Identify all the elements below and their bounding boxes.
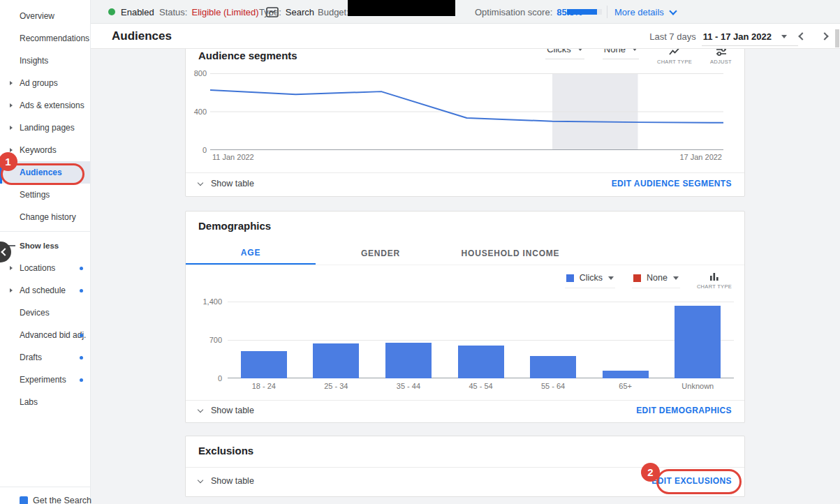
sidebar-item-settings[interactable]: Settings (0, 184, 90, 206)
edit-exclusions-link[interactable]: EDIT EXCLUSIONS (651, 476, 732, 486)
adjust-icon (716, 49, 727, 57)
edit-demographics-link[interactable]: EDIT DEMOGRAPHICS (636, 406, 732, 415)
sidebar-item-label: Recommendations (20, 34, 89, 43)
adjust-label: ADJUST (710, 59, 732, 65)
y-axis-label: 0 (186, 146, 207, 154)
sidebar-item-label: Advanced bid adj. (20, 330, 86, 340)
sidebar-bottom-item[interactable]: Get the Search (20, 496, 91, 504)
annotation-step-2-circle: 2 (641, 463, 660, 482)
chevron-right-icon (820, 32, 828, 40)
chart-type-label: CHART TYPE (657, 59, 692, 65)
legend-clicks-dropdown[interactable]: Clicks (565, 272, 615, 288)
more-details-button[interactable]: More details (614, 0, 676, 24)
bar-slot (445, 302, 517, 378)
scrollbar-thumb[interactable] (835, 29, 839, 47)
sidebar-item-label: Show less (20, 242, 59, 250)
next-period-button[interactable] (818, 29, 832, 43)
sidebar-item-label: Ad schedule (20, 286, 66, 295)
sidebar-item-drafts[interactable]: Drafts (0, 346, 90, 369)
show-table-toggle[interactable]: Show table (198, 476, 254, 486)
bar (675, 306, 721, 378)
sidebar-item-advanced-bid-adj[interactable]: Advanced bid adj. (0, 324, 90, 346)
compare-dropdown[interactable]: None (603, 49, 639, 59)
status-value: Eligible (Limited) (191, 7, 258, 17)
metric-dropdown-value: Clicks (547, 49, 571, 54)
bar (313, 343, 359, 378)
show-table-label: Show table (211, 406, 254, 415)
sidebar-item-ad-schedule[interactable]: Ad schedule (0, 279, 90, 302)
chevron-down-icon (198, 477, 203, 482)
bar-chart-x-axis: 18 - 2425 - 3435 - 4445 - 5455 - 6465+Un… (228, 382, 734, 390)
date-range-picker[interactable]: Last 7 days 11 - 17 Jan 2022 (649, 31, 787, 42)
x-axis-label: Unknown (661, 382, 734, 390)
sidebar-item-label: Audiences (20, 168, 62, 177)
sidebar-item-ads-extensions[interactable]: Ads & extensions (0, 94, 90, 117)
tab-age[interactable]: AGE (186, 242, 316, 265)
tab-gender[interactable]: GENDER (316, 242, 445, 265)
chevron-down-icon (198, 179, 203, 185)
sidebar-item-label: Ads & extensions (20, 101, 84, 110)
chart-type-button[interactable]: CHART TYPE (657, 49, 692, 65)
optimisation-label: Optimisation score: (475, 7, 552, 17)
previous-period-button[interactable] (795, 29, 809, 43)
edit-audience-segments-link[interactable]: EDIT AUDIENCE SEGMENTS (612, 179, 732, 188)
expand-arrow-icon (10, 266, 13, 270)
metric-dropdown[interactable]: Clicks (545, 49, 584, 59)
sidebar-item-labs[interactable]: Labs (0, 391, 90, 413)
notification-dot (80, 356, 83, 360)
sidebar: OverviewRecommendationsInsightsAd groups… (0, 0, 91, 504)
y-axis-label: 700 (186, 336, 222, 344)
date-underline (702, 45, 798, 46)
chevron-down-icon (669, 7, 677, 15)
bar (603, 371, 649, 378)
sidebar-nav: OverviewRecommendationsInsightsAd groups… (0, 0, 90, 413)
expand-arrow-icon (10, 148, 13, 152)
sidebar-item-experiments[interactable]: Experiments (0, 369, 90, 391)
sidebar-bottom-item-label: Get the Search (33, 496, 91, 504)
tab-household-income[interactable]: HOUSEHOLD INCOME (445, 242, 575, 265)
bar-slot (589, 302, 662, 378)
budget-label: Budget: (318, 7, 349, 17)
legend-label: Clicks (580, 273, 603, 283)
sidebar-item-ad-groups[interactable]: Ad groups (0, 72, 90, 94)
bar-slot (300, 302, 373, 378)
card-title: Exclusions (198, 445, 253, 457)
dropdown-arrow-icon (632, 49, 638, 51)
sidebar-item-recommendations[interactable]: Recommendations (0, 27, 90, 50)
date-range-value: 11 - 17 Jan 2022 (703, 31, 772, 42)
status-label: Status: (159, 7, 187, 17)
line-chart (210, 73, 723, 150)
sidebar-item-change-history[interactable]: Change history (0, 206, 90, 228)
campaign-enabled-status[interactable]: Enabled (108, 0, 154, 24)
legend-none-dropdown[interactable]: None (632, 272, 680, 288)
x-axis-label: 65+ (589, 382, 662, 390)
sidebar-item-label: Locations (20, 263, 55, 273)
sidebar-item-locations[interactable]: Locations (0, 257, 90, 279)
show-table-toggle[interactable]: Show table (198, 179, 254, 188)
sidebar-item-label: Ad groups (20, 78, 58, 88)
bar-slot (661, 302, 734, 378)
optimisation-progress-fill (567, 9, 597, 15)
adjust-button[interactable]: ADJUST (710, 49, 732, 65)
dropdown-arrow-icon (781, 35, 787, 38)
bar-slot (372, 302, 445, 378)
chart-type-label: CHART TYPE (697, 283, 732, 290)
type-label: Type: (259, 7, 281, 17)
card-title: Audience segments (198, 50, 297, 61)
sidebar-item-show-less[interactable]: Show less (0, 235, 90, 257)
sidebar-item-landing-pages[interactable]: Landing pages (0, 117, 90, 139)
show-table-toggle[interactable]: Show table (198, 406, 254, 415)
chart-type-button[interactable]: CHART TYPE (697, 272, 732, 290)
sidebar-item-overview[interactable]: Overview (0, 5, 90, 27)
expand-arrow-icon (10, 103, 13, 108)
notification-dot (80, 289, 83, 292)
sidebar-item-insights[interactable]: Insights (0, 50, 90, 72)
expand-arrow-icon (10, 288, 13, 292)
audience-segments-card: Audience segments Clicks None CHART TYPE (185, 49, 745, 197)
x-axis-label: 45 - 54 (445, 382, 517, 390)
type-value: Search (286, 7, 314, 17)
sidebar-item-devices[interactable]: Devices (0, 302, 90, 324)
demographics-chart (228, 302, 734, 378)
audience-segments-chart (210, 73, 723, 150)
line-chart-icon (669, 49, 680, 57)
